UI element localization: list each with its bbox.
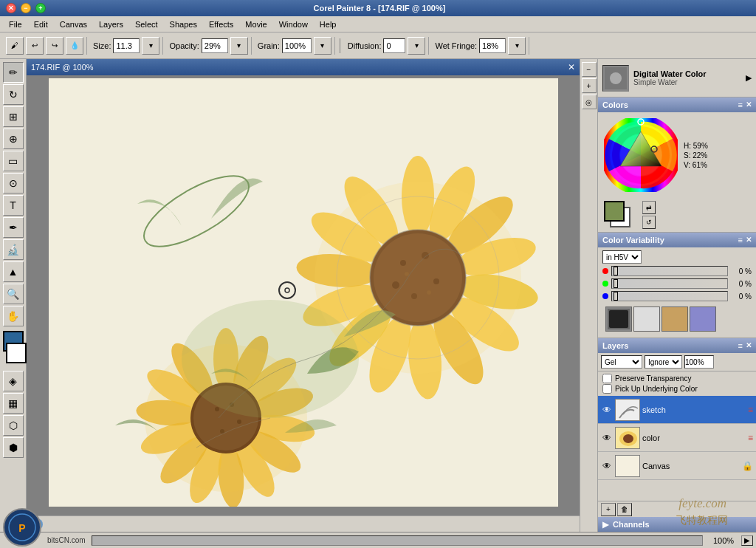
brush-tool-button[interactable]: 🖌 bbox=[6, 37, 24, 55]
preserve-transparency-checkbox[interactable] bbox=[602, 374, 612, 383]
mix-thumb-3[interactable] bbox=[662, 306, 688, 332]
foreground-color-swatch[interactable] bbox=[604, 201, 625, 222]
menu-window[interactable]: Window bbox=[273, 18, 314, 30]
undo-button[interactable]: ↩ bbox=[26, 37, 44, 55]
close-button[interactable]: ✕ bbox=[6, 3, 16, 13]
colors-panel-close-button[interactable]: ✕ bbox=[746, 100, 752, 109]
size-dropdown-button[interactable]: ▾ bbox=[142, 37, 159, 55]
layer-eye-sketch[interactable]: 👁 bbox=[601, 404, 613, 416]
menu-file[interactable]: File bbox=[3, 18, 28, 30]
swap-colors-button[interactable]: ⇄ bbox=[642, 201, 656, 214]
scroll-right-button[interactable]: ▶ bbox=[741, 535, 753, 546]
cv-slider-2[interactable] bbox=[611, 278, 728, 289]
layer-eye-color[interactable]: 👁 bbox=[601, 432, 613, 444]
pick-up-color-checkbox[interactable] bbox=[602, 384, 612, 394]
menu-canvas[interactable]: Canvas bbox=[54, 18, 93, 30]
rotate-tool-button[interactable]: ↻ bbox=[3, 84, 24, 105]
layers-blend-mode-select[interactable]: Gel Normal Multiply bbox=[601, 355, 642, 369]
menu-layers[interactable]: Layers bbox=[93, 18, 129, 30]
lasso-tool-button[interactable]: ⊙ bbox=[3, 173, 24, 193]
transform-tool-button[interactable]: ⊕ bbox=[3, 129, 24, 149]
menu-edit[interactable]: Edit bbox=[28, 18, 54, 30]
text-tool-button[interactable]: T bbox=[3, 195, 24, 216]
opacity-input[interactable] bbox=[202, 38, 228, 53]
layer-row-color[interactable]: 👁 color ≡ bbox=[598, 424, 756, 452]
mix-thumb-4[interactable] bbox=[690, 306, 716, 332]
menubar: File Edit Canvas Layers Select Shapes Ef… bbox=[0, 16, 756, 32]
redo-button[interactable]: ↪ bbox=[46, 37, 63, 55]
menu-effects[interactable]: Effects bbox=[203, 18, 239, 30]
nozzle-button[interactable]: ⬢ bbox=[3, 437, 24, 458]
diffusion-dropdown-button[interactable]: ▾ bbox=[408, 37, 425, 55]
color-var-options-button[interactable]: ≡ bbox=[738, 236, 743, 244]
paint-bucket-button[interactable]: ▲ bbox=[3, 261, 24, 282]
nav-button[interactable]: ◎ bbox=[582, 95, 597, 109]
wet-fringe-input[interactable] bbox=[479, 38, 506, 53]
menu-movie[interactable]: Movie bbox=[239, 18, 272, 30]
paint-tool-button[interactable]: ✏ bbox=[3, 62, 24, 83]
v-label: V: bbox=[684, 161, 690, 169]
pattern-button[interactable]: ⬡ bbox=[3, 415, 24, 436]
brush-category-icon[interactable] bbox=[602, 65, 629, 92]
layers-panel: Layers ≡ ✕ Gel Normal Multiply Ignore Gr… bbox=[598, 338, 756, 517]
menu-select[interactable]: Select bbox=[129, 18, 164, 30]
svg-point-66 bbox=[623, 434, 633, 443]
grain-dropdown-button[interactable]: ▾ bbox=[314, 37, 331, 55]
grain-group: Grain: ▾ bbox=[255, 37, 335, 55]
cv-mode-select[interactable]: in H5V in HSL bbox=[602, 250, 642, 264]
minimize-button[interactable]: − bbox=[21, 3, 31, 13]
zoom-out-button[interactable]: − bbox=[582, 62, 597, 77]
layers-options-button[interactable]: ≡ bbox=[738, 341, 743, 350]
cv-slider-1[interactable] bbox=[611, 266, 728, 276]
select-tool-button[interactable]: ▭ bbox=[3, 151, 24, 171]
v-value-row: V: 61% bbox=[684, 161, 708, 169]
pen-tool-button[interactable]: ✒ bbox=[3, 217, 24, 238]
menu-shapes[interactable]: Shapes bbox=[164, 18, 203, 30]
grain-label: Grain: bbox=[258, 41, 280, 50]
layer-row-sketch[interactable]: 👁 sketch ≡ bbox=[598, 396, 756, 424]
svg-text:P: P bbox=[18, 522, 25, 534]
zoom-in-button[interactable]: + bbox=[582, 78, 597, 93]
horizontal-scrollbar[interactable] bbox=[92, 535, 703, 546]
crop-tool-button[interactable]: ⊞ bbox=[3, 106, 24, 127]
menu-help[interactable]: Help bbox=[314, 18, 343, 30]
canvas-close-button[interactable]: ✕ bbox=[568, 62, 575, 72]
cv-val-3: 0 % bbox=[731, 292, 752, 301]
color-var-close-button[interactable]: ✕ bbox=[746, 236, 752, 244]
layer-row-canvas[interactable]: 👁 Canvas 🔒 bbox=[598, 452, 756, 480]
eyedropper-tool-button[interactable]: 🔬 bbox=[3, 239, 24, 260]
swatch-buttons: ⇄ ↺ bbox=[642, 201, 656, 229]
size-input[interactable] bbox=[113, 38, 140, 53]
cv-slider-3[interactable] bbox=[611, 291, 728, 301]
channels-panel-header[interactable]: ▶ Channels bbox=[598, 517, 756, 532]
color-variability-title: Color Variability bbox=[602, 236, 664, 244]
default-colors-button[interactable]: ↺ bbox=[642, 216, 656, 229]
mix-thumb-1[interactable] bbox=[605, 306, 632, 332]
layers-opacity-input[interactable] bbox=[684, 355, 714, 369]
mix-thumb-2[interactable] bbox=[633, 306, 660, 332]
grain-input[interactable] bbox=[282, 38, 312, 53]
gradient-button[interactable]: ▦ bbox=[3, 393, 24, 414]
zoom-tool-button[interactable]: 🔍 bbox=[3, 284, 24, 304]
diffusion-input[interactable] bbox=[383, 38, 405, 53]
color-wheel[interactable] bbox=[604, 118, 678, 192]
new-layer-button[interactable]: + bbox=[601, 503, 616, 516]
colors-panel-options-button[interactable]: ≡ bbox=[738, 100, 743, 109]
wet-fringe-dropdown-button[interactable]: ▾ bbox=[508, 37, 526, 55]
opacity-dropdown-button[interactable]: ▾ bbox=[230, 37, 248, 55]
colors-panel-header: Colors ≡ ✕ bbox=[598, 97, 756, 112]
color-dropper-button[interactable]: 💧 bbox=[66, 37, 83, 55]
painting-area[interactable] bbox=[49, 78, 558, 507]
background-color-swatch[interactable] bbox=[6, 343, 27, 363]
layer-eye-canvas[interactable]: 👁 bbox=[601, 460, 613, 472]
paper-color-button[interactable]: ◈ bbox=[3, 371, 24, 391]
diffusion-label: Diffusion: bbox=[348, 41, 382, 50]
canvas-area: 174.RIF @ 100% ✕ bbox=[27, 59, 580, 532]
maximize-button[interactable]: + bbox=[35, 3, 46, 13]
layers-composite-select[interactable]: Ignore Group bbox=[645, 355, 682, 369]
hand-tool-button[interactable]: ✋ bbox=[3, 306, 24, 326]
brush-arrow-button[interactable]: ▶ bbox=[746, 73, 752, 83]
layers-close-button[interactable]: ✕ bbox=[746, 341, 752, 350]
color-swatch-stack bbox=[604, 201, 636, 229]
delete-layer-button[interactable]: 🗑 bbox=[617, 503, 632, 516]
